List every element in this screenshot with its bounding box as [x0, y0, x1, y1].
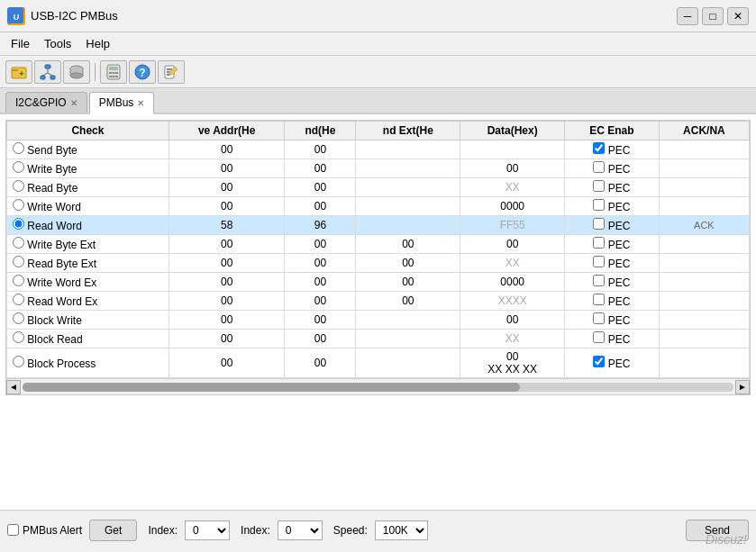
menu-file[interactable]: File [4, 35, 37, 52]
main-content: Check ve Addr(He nd(He nd Ext(He Data(He… [0, 114, 756, 510]
row-pec-3[interactable]: PEC [565, 197, 660, 216]
row-pec-0[interactable]: PEC [565, 140, 660, 159]
svg-rect-6 [41, 76, 45, 79]
close-button[interactable]: ✕ [727, 7, 749, 25]
index1-label: Index: [148, 524, 178, 537]
svg-rect-20 [115, 72, 118, 74]
col-addr: ve Addr(He [169, 122, 285, 140]
network-button[interactable] [34, 60, 61, 84]
row-addr-10: 00 [169, 330, 285, 348]
row-addr-9: 00 [169, 311, 285, 330]
help-button[interactable]: ? [129, 60, 156, 84]
row-pec-9[interactable]: PEC [565, 311, 660, 330]
edit-button[interactable] [158, 60, 185, 84]
col-ext: nd Ext(He [356, 122, 460, 140]
row-data-7: 0000 [460, 273, 565, 292]
svg-rect-22 [113, 76, 115, 77]
pmbus-table: Check ve Addr(He nd(He nd Ext(He Data(He… [6, 121, 750, 378]
row-label-0: Send Byte [27, 144, 77, 157]
table-row-check-5[interactable]: Write Byte Ext [7, 235, 169, 254]
row-cmd-5: 00 [285, 235, 356, 254]
row-pec-4[interactable]: PEC [565, 216, 660, 235]
row-ext-5: 00 [356, 235, 460, 254]
row-ack-9 [659, 311, 749, 330]
get-button[interactable]: Get [89, 520, 137, 541]
row-label-11: Block Process [27, 357, 96, 370]
row-data-8: XXXX [460, 292, 565, 311]
table-row-check-9[interactable]: Block Write [7, 311, 169, 330]
row-addr-3: 00 [169, 197, 285, 216]
maximize-button[interactable]: □ [702, 7, 724, 25]
row-pec-6[interactable]: PEC [565, 254, 660, 273]
tab-i2cgpio-close[interactable]: ✕ [70, 98, 77, 108]
minimize-button[interactable]: ─ [677, 7, 698, 25]
scroll-track[interactable] [23, 383, 733, 392]
table-row-check-2[interactable]: Read Byte [7, 178, 169, 197]
table-row-check-6[interactable]: Read Byte Ext [7, 254, 169, 273]
svg-line-9 [42, 73, 48, 76]
new-folder-button[interactable]: + [5, 60, 32, 84]
table-row-check-4[interactable]: Read Word [7, 216, 169, 235]
speed-label: Speed: [333, 524, 368, 537]
tab-pmbus-close[interactable]: ✕ [137, 98, 144, 108]
menu-help[interactable]: Help [78, 35, 117, 52]
calculator-button[interactable] [100, 60, 127, 84]
scroll-left-arrow[interactable]: ◄ [6, 380, 21, 394]
app-icon: U [7, 7, 25, 25]
table-row-check-0[interactable]: Send Byte [7, 140, 169, 159]
row-addr-6: 00 [169, 254, 285, 273]
horizontal-scrollbar[interactable]: ◄ ► [5, 379, 751, 395]
scroll-thumb[interactable] [23, 383, 520, 392]
row-data-10: XX [460, 330, 565, 348]
row-data-6: XX [460, 254, 565, 273]
row-ack-8 [659, 292, 749, 311]
row-data-5: 00 [460, 235, 565, 254]
svg-rect-19 [113, 72, 115, 74]
row-data-0 [460, 140, 565, 159]
table-row-check-3[interactable]: Write Word [7, 197, 169, 216]
table-row-check-10[interactable]: Block Read [7, 330, 169, 348]
row-pec-11[interactable]: PEC [565, 348, 660, 378]
table-row-check-1[interactable]: Write Byte [7, 159, 169, 178]
database-button[interactable] [63, 60, 90, 84]
row-pec-2[interactable]: PEC [565, 178, 660, 197]
row-pec-7[interactable]: PEC [565, 273, 660, 292]
scroll-right-arrow[interactable]: ► [735, 380, 750, 394]
row-label-8: Read Word Ex [27, 295, 97, 308]
row-cmd-11: 00 [285, 348, 356, 378]
svg-text:U: U [14, 13, 20, 22]
row-pec-5[interactable]: PEC [565, 235, 660, 254]
index2-label: Index: [241, 524, 270, 537]
menubar: File Tools Help [0, 32, 756, 56]
index2-select[interactable]: 0 1 2 3 [278, 520, 323, 540]
speed-select[interactable]: 100K 400K 1M [375, 520, 428, 540]
row-addr-11: 00 [169, 348, 285, 378]
col-data: Data(Hex) [460, 122, 565, 140]
row-pec-1[interactable]: PEC [565, 159, 660, 178]
table-row-check-8[interactable]: Read Word Ex [7, 292, 169, 311]
pmbus-alert-checkbox[interactable] [7, 524, 19, 536]
pmbus-alert-label[interactable]: PMBus Alert [7, 524, 82, 537]
titlebar: U USB-I2C PMBus ─ □ ✕ [0, 0, 756, 32]
window-title: USB-I2C PMBus [31, 9, 677, 23]
row-ack-4: ACK [659, 216, 749, 235]
row-cmd-9: 00 [285, 311, 356, 330]
tab-i2cgpio[interactable]: I2C&GPIO ✕ [5, 92, 87, 113]
row-ack-2 [659, 178, 749, 197]
row-cmd-3: 00 [285, 197, 356, 216]
row-label-6: Read Byte Ext [27, 258, 96, 270]
row-ext-8: 00 [356, 292, 460, 311]
row-cmd-2: 00 [285, 178, 356, 197]
index1-select[interactable]: 0 1 2 3 [185, 520, 230, 540]
svg-rect-17 [109, 67, 118, 70]
tab-pmbus[interactable]: PMBus ✕ [89, 92, 155, 114]
row-ack-6 [659, 254, 749, 273]
table-row-check-7[interactable]: Write Word Ex [7, 273, 169, 292]
row-data-4: FF55 [460, 216, 565, 235]
svg-point-13 [70, 73, 83, 78]
toolbar: + [0, 56, 756, 88]
row-pec-8[interactable]: PEC [565, 292, 660, 311]
table-row-check-11[interactable]: Block Process [7, 348, 169, 378]
menu-tools[interactable]: Tools [37, 35, 78, 52]
row-pec-10[interactable]: PEC [565, 330, 660, 348]
